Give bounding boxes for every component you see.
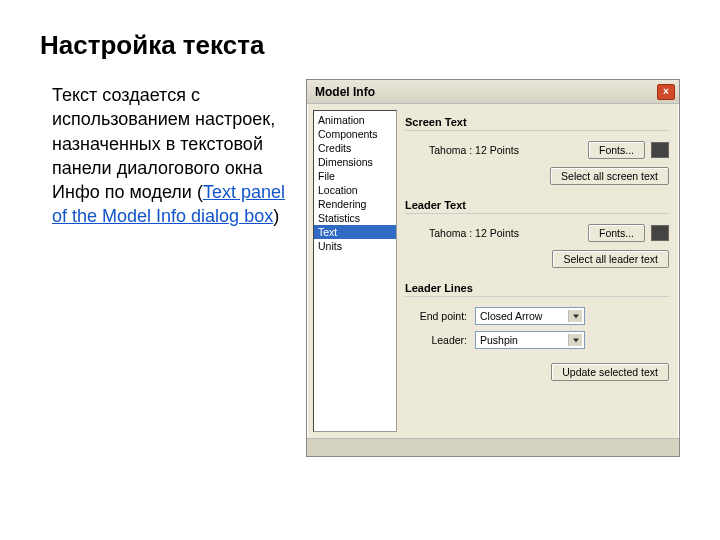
- update-selected-text-button[interactable]: Update selected text: [551, 363, 669, 381]
- screen-text-heading: Screen Text: [405, 116, 669, 128]
- leader-lines-heading: Leader Lines: [405, 282, 669, 294]
- leader-label: Leader:: [405, 334, 475, 346]
- sidebar-item-file[interactable]: File: [314, 169, 396, 183]
- divider: [405, 213, 669, 214]
- slide-body-text: Текст создается с использованием настрое…: [40, 79, 290, 457]
- slide-title: Настройка текста: [40, 30, 680, 61]
- leader-value: Pushpin: [480, 334, 518, 346]
- sidebar-item-units[interactable]: Units: [314, 239, 396, 253]
- endpoint-select[interactable]: Closed Arrow: [475, 307, 585, 325]
- sidebar-item-credits[interactable]: Credits: [314, 141, 396, 155]
- screen-text-color-swatch[interactable]: [651, 142, 669, 158]
- divider: [405, 296, 669, 297]
- leader-text-heading: Leader Text: [405, 199, 669, 211]
- leader-select[interactable]: Pushpin: [475, 331, 585, 349]
- select-all-screen-text-button[interactable]: Select all screen text: [550, 167, 669, 185]
- status-bar: [307, 438, 679, 456]
- sidebar-item-animation[interactable]: Animation: [314, 113, 396, 127]
- sidebar-item-location[interactable]: Location: [314, 183, 396, 197]
- dialog-title: Model Info: [315, 85, 657, 99]
- select-all-leader-text-button[interactable]: Select all leader text: [552, 250, 669, 268]
- sidebar-item-rendering[interactable]: Rendering: [314, 197, 396, 211]
- divider: [405, 130, 669, 131]
- category-sidebar: Animation Components Credits Dimensions …: [313, 110, 397, 432]
- endpoint-value: Closed Arrow: [480, 310, 542, 322]
- sidebar-item-statistics[interactable]: Statistics: [314, 211, 396, 225]
- body-suffix: ): [273, 206, 279, 226]
- sidebar-item-text[interactable]: Text: [314, 225, 396, 239]
- leader-text-font-desc: Tahoma : 12 Points: [405, 227, 588, 239]
- model-info-dialog: Model Info × Animation Components Credit…: [306, 79, 680, 457]
- close-button[interactable]: ×: [657, 84, 675, 100]
- sidebar-item-dimensions[interactable]: Dimensions: [314, 155, 396, 169]
- text-settings-panel: Screen Text Tahoma : 12 Points Fonts... …: [403, 110, 673, 432]
- screen-text-fonts-button[interactable]: Fonts...: [588, 141, 645, 159]
- chevron-down-icon: [573, 314, 579, 318]
- endpoint-label: End point:: [405, 310, 475, 322]
- leader-text-fonts-button[interactable]: Fonts...: [588, 224, 645, 242]
- titlebar: Model Info ×: [307, 80, 679, 104]
- leader-text-color-swatch[interactable]: [651, 225, 669, 241]
- sidebar-item-components[interactable]: Components: [314, 127, 396, 141]
- chevron-down-icon: [573, 338, 579, 342]
- screen-text-font-desc: Tahoma : 12 Points: [405, 144, 588, 156]
